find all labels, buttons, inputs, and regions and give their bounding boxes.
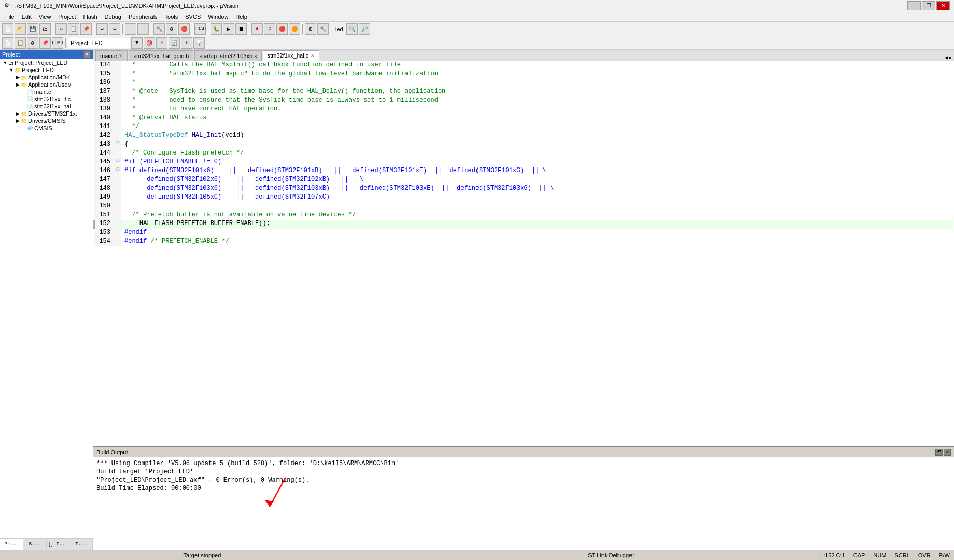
t2-btn5[interactable]: LOAD <box>52 37 63 49</box>
tree-app-user[interactable]: ▶ 📁 Application/User/ <box>0 81 93 88</box>
paste-btn[interactable]: 📌 <box>80 23 92 35</box>
build-close-btn[interactable]: ✕ <box>944 449 951 456</box>
tree-drivers-cmsis[interactable]: ▶ 📁 Drivers/CMSIS <box>0 117 93 124</box>
stop-btn[interactable]: ⛔ <box>178 23 190 35</box>
menu-view[interactable]: View <box>36 13 54 20</box>
code-line-152: 152 __HAL_FLASH_PREFETCH_BUFFER_ENABLE()… <box>94 220 953 229</box>
load-btn[interactable]: LOAD <box>194 23 206 35</box>
save-all-btn[interactable]: 🗂 <box>39 23 51 35</box>
menu-project[interactable]: Project <box>55 13 79 20</box>
target-label: led <box>333 26 345 32</box>
code-line-134: 134 * Calls the HAL_MspInit() callback f… <box>94 61 953 70</box>
code-line-137: 137 * @note SysTick is used as time base… <box>94 88 953 96</box>
cut-btn[interactable]: ✂ <box>55 23 67 35</box>
status-bar: Target stopped. ST-Link Debugger L:152 C… <box>0 550 954 560</box>
stop2-btn[interactable]: ⏹ <box>235 23 247 35</box>
menu-tools[interactable]: Tools <box>162 13 181 20</box>
t2-btn9[interactable]: ⬆ <box>181 37 192 49</box>
settings-btn[interactable]: 🔧 <box>317 23 329 35</box>
undo-btn[interactable]: ↩ <box>96 23 108 35</box>
t2-btn1[interactable]: 📄 <box>2 37 13 49</box>
tree-main-c[interactable]: 📄 main.c <box>0 88 93 95</box>
tree-stm32-it[interactable]: 📄 stm32f1xx_it.c <box>0 95 93 103</box>
t2-btn4[interactable]: 📌 <box>39 37 51 49</box>
code-line-153: 153 #endif <box>94 229 953 237</box>
build-btn[interactable]: 🔨 <box>153 23 165 35</box>
menu-peripherals[interactable]: Peripherals <box>125 13 161 20</box>
build-output-header: Build Output 🗗 ✕ <box>93 447 954 457</box>
t2-btn2[interactable]: 📋 <box>15 37 26 49</box>
title-bar: ⚙ F:\STM32_F103_MINI\WorkSpace\Project_L… <box>0 0 954 11</box>
window-btn[interactable]: ⊞ <box>305 23 316 35</box>
tab-main-c-close[interactable]: ✕ <box>119 53 123 59</box>
t2-btn7[interactable]: ⚡ <box>156 37 167 49</box>
run-btn[interactable]: ▶ <box>223 23 234 35</box>
sidebar-title: Project <box>2 51 20 58</box>
tab-gpio-h[interactable]: stm32f1xx_hal_gpio.h <box>129 50 193 61</box>
tree-project-root[interactable]: ▼ 🗂 Project: Project_LED <box>0 59 93 66</box>
tree-drivers-stm[interactable]: ▶ 📁 Drivers/STM32F1x: <box>0 110 93 117</box>
t2-dropdown[interactable]: ▼ <box>131 37 143 49</box>
debug-btn[interactable]: 🐛 <box>211 23 222 35</box>
menu-debug[interactable]: Debug <box>102 13 124 20</box>
close-button[interactable]: ✕ <box>936 1 950 10</box>
svg-marker-1 <box>264 500 274 507</box>
menu-file[interactable]: File <box>2 13 18 20</box>
menu-svcs[interactable]: SVCS <box>182 13 204 20</box>
code-line-151: 151 /* Prefetch buffer is not available … <box>94 211 953 220</box>
breakpoint-btn[interactable]: ● <box>251 23 263 35</box>
minimize-button[interactable]: — <box>907 1 921 10</box>
sidebar: Project ✕ ▼ 🗂 Project: Project_LED ▼ 📁 P… <box>0 50 93 550</box>
status-num: NUM <box>873 552 886 558</box>
t2-btn6[interactable]: 🎯 <box>144 37 155 49</box>
nav-back-btn[interactable]: ← <box>125 23 136 35</box>
tab-scroll-right[interactable]: ▶ <box>949 54 952 61</box>
menu-window[interactable]: Window <box>205 13 231 20</box>
rebuild-btn[interactable]: ⚙ <box>166 23 177 35</box>
tab-scroll-left[interactable]: ◀ <box>945 54 948 61</box>
sep5 <box>192 24 192 34</box>
tree-app-mdk[interactable]: ▶ 📁 Application/MDK- <box>0 74 93 81</box>
bp4-btn[interactable]: 🟠 <box>289 23 300 35</box>
sidebar-tab-project[interactable]: Pr... <box>0 539 23 550</box>
bp2-btn[interactable]: ○ <box>264 23 275 35</box>
menu-flash[interactable]: Flash <box>80 13 101 20</box>
build-output: Build Output 🗗 ✕ *** Using Compiler 'V5.… <box>93 446 954 550</box>
code-line-148: 148 defined(STM32F103x6) || defined(STM3… <box>94 185 953 193</box>
sep6 <box>208 24 208 34</box>
redo-btn[interactable]: ↪ <box>109 23 120 35</box>
t2-btn3[interactable]: ⚙ <box>27 37 38 49</box>
t2-btn8[interactable]: 🔄 <box>169 37 180 49</box>
bp3-btn[interactable]: 🔴 <box>276 23 288 35</box>
code-editor[interactable]: 134 * Calls the HAL_MspInit() callback f… <box>93 61 954 446</box>
status-pos: L:152 C:1 <box>820 552 845 558</box>
sidebar-tab-books[interactable]: B... <box>23 539 47 550</box>
tab-hal-c-close[interactable]: ✕ <box>311 53 315 58</box>
tab-startup[interactable]: startup_stm32f103xb.s <box>194 50 261 61</box>
new-file-btn[interactable]: 📄 <box>2 23 13 35</box>
build-float-btn[interactable]: 🗗 <box>935 449 943 456</box>
t2-btn10[interactable]: 📊 <box>193 37 205 49</box>
target-selector[interactable] <box>68 38 130 48</box>
tree-cmsis[interactable]: 💎 CMSIS <box>0 124 93 132</box>
copy-btn[interactable]: 📋 <box>68 23 79 35</box>
sep1 <box>53 24 53 34</box>
menu-help[interactable]: Help <box>232 13 250 20</box>
sidebar-tab-templates[interactable]: T... <box>69 539 93 550</box>
find-btn[interactable]: 🔍 <box>346 23 358 35</box>
sidebar-tab-bar: Pr... B... {} F... T... <box>0 538 93 550</box>
status-cap: CAP <box>853 552 865 558</box>
tab-hal-c[interactable]: stm32f1xx_hal.c ✕ <box>263 50 319 61</box>
save-btn[interactable]: 💾 <box>27 23 38 35</box>
sep3 <box>122 24 123 34</box>
tab-main-c[interactable]: main.c ✕ <box>95 50 128 61</box>
tree-stm32-hal[interactable]: 📄 stm32f1xx_hal <box>0 103 93 110</box>
find2-btn[interactable]: 🔎 <box>359 23 370 35</box>
sidebar-tab-functions[interactable]: {} F... <box>47 539 70 550</box>
open-btn[interactable]: 📂 <box>15 23 26 35</box>
sidebar-close[interactable]: ✕ <box>83 51 91 58</box>
maximize-button[interactable]: ❐ <box>922 1 935 10</box>
menu-edit[interactable]: Edit <box>19 13 35 20</box>
nav-fwd-btn[interactable]: → <box>137 23 149 35</box>
tree-project-led[interactable]: ▼ 📁 Project_LED <box>0 66 93 74</box>
